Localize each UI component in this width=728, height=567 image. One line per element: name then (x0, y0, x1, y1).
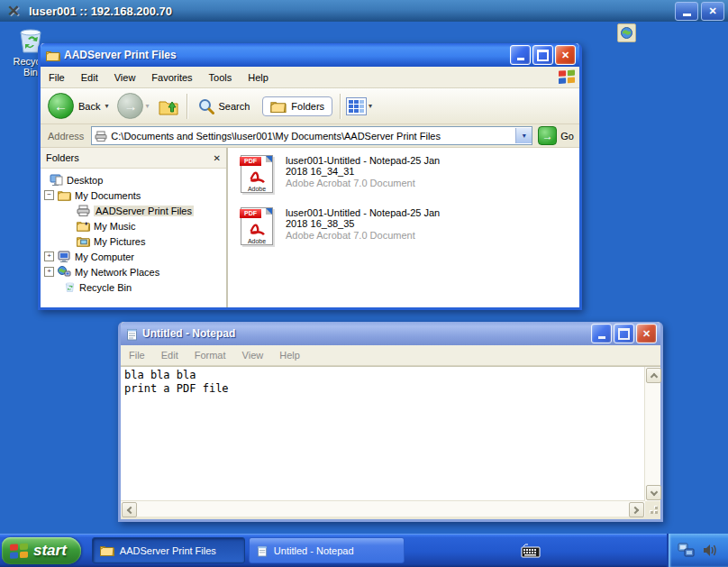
notepad-window: Untitled - Notepad ✕ File Edit Format Vi… (118, 322, 663, 522)
up-folder-button[interactable] (159, 97, 178, 115)
desktop-icon (50, 174, 63, 186)
views-dropdown-icon[interactable]: ▾ (369, 102, 372, 110)
file-type: Adobe Acrobat 7.0 Document (286, 230, 448, 241)
folders-pane: Folders ✕ Desktop − My Documents (41, 148, 228, 307)
globe-icon (621, 27, 632, 39)
notepad-text-area[interactable]: bla bla bla print a PDF file (121, 366, 660, 517)
remote-close-button[interactable]: ✕ (701, 2, 724, 21)
network-tray-icon[interactable] (678, 543, 695, 558)
explorer-toolbar: ← Back ▾ → ▾ Search (41, 88, 579, 124)
search-label: Search (219, 101, 250, 112)
pictures-folder-icon (77, 235, 90, 247)
views-button[interactable] (346, 97, 367, 115)
menu-view[interactable]: View (234, 350, 272, 361)
go-button[interactable]: → (538, 126, 557, 145)
file-type: Adobe Acrobat 7.0 Document (286, 178, 448, 188)
folder-window-icon (46, 50, 60, 61)
file-tile[interactable]: PDF Adobe luser001-Untitled - Notepad-25… (241, 207, 579, 245)
explorer-minimize-button[interactable] (510, 45, 531, 65)
file-tile[interactable]: PDF Adobe luser001-Untitled - Notepad-25… (241, 155, 579, 193)
notepad-title-bar[interactable]: Untitled - Notepad ✕ (121, 322, 660, 345)
tree-item-my-pictures[interactable]: My Pictures (41, 233, 226, 249)
explorer-close-button[interactable]: ✕ (555, 45, 576, 65)
keyboard-indicator-icon[interactable] (520, 543, 541, 559)
system-tray (667, 534, 728, 567)
back-dropdown-icon[interactable]: ▾ (105, 102, 108, 110)
back-button[interactable]: ← (48, 93, 74, 119)
printer-icon (77, 205, 90, 216)
explorer-maximize-button[interactable] (532, 45, 553, 65)
explorer-menu-bar: File Edit View Favorites Tools Help (41, 67, 579, 88)
forward-button[interactable]: → (117, 93, 143, 119)
notepad-content[interactable]: bla bla bla print a PDF file (124, 369, 229, 396)
menu-help[interactable]: Help (271, 350, 308, 361)
folders-icon (270, 100, 287, 113)
menu-edit[interactable]: Edit (153, 350, 187, 361)
tree-item-aadserver-print-files[interactable]: AADServer Print Files (41, 203, 226, 218)
computer-icon (58, 251, 71, 262)
tree-item-desktop[interactable]: Desktop (41, 172, 226, 187)
menu-favorites[interactable]: Favorites (143, 72, 200, 83)
tree-item-my-documents[interactable]: − My Documents (41, 187, 226, 203)
scroll-right-button[interactable] (629, 502, 644, 517)
search-icon (198, 98, 214, 114)
menu-format[interactable]: Format (187, 350, 234, 361)
taskbar-button-notepad[interactable]: Untitled - Notepad (249, 537, 405, 563)
menu-help[interactable]: Help (240, 72, 277, 83)
windows-flag-icon (9, 542, 29, 560)
notepad-minimize-button[interactable] (591, 324, 612, 343)
expand-icon[interactable]: + (44, 251, 54, 261)
notepad-maximize-button[interactable] (614, 324, 634, 343)
search-button[interactable]: Search (193, 98, 256, 114)
taskbar-button-explorer[interactable]: AADServer Print Files (92, 537, 245, 563)
music-folder-icon (77, 220, 90, 232)
tree-item-my-network-places[interactable]: + My Network Places (41, 264, 226, 279)
scroll-down-button[interactable] (646, 485, 661, 500)
address-path[interactable]: C:\Documents and Settings\luser001\My Do… (111, 131, 515, 142)
explorer-window: AADServer Print Files ✕ File Edit View F… (38, 43, 582, 310)
scroll-left-button[interactable] (122, 502, 137, 517)
tree-item-my-computer[interactable]: + My Computer (41, 249, 226, 264)
scroll-up-button[interactable] (646, 368, 661, 383)
go-label[interactable]: Go (560, 131, 574, 142)
explorer-window-title: AADServer Print Files (64, 49, 510, 61)
menu-file[interactable]: File (41, 72, 73, 83)
taskbar: start AADServer Print Files Untitled - N… (0, 534, 728, 567)
tree-item-recycle-bin[interactable]: Recycle Bin (41, 279, 226, 295)
start-button[interactable]: start (2, 537, 81, 564)
back-label[interactable]: Back (78, 101, 100, 112)
file-list: PDF Adobe luser001-Untitled - Notepad-25… (228, 148, 579, 307)
network-icon (58, 266, 71, 278)
printer-folder-icon (95, 131, 107, 142)
windows-logo-icon (558, 69, 576, 87)
remote-minimize-button[interactable] (675, 2, 698, 21)
menu-tools[interactable]: Tools (201, 72, 241, 83)
notepad-close-button[interactable]: ✕ (636, 324, 657, 343)
remote-title-bar[interactable]: ✕ luser001 :: 192.168.200.70 ✕ (0, 0, 728, 22)
menu-file[interactable]: File (121, 350, 153, 361)
pdf-file-icon: PDF Adobe (241, 207, 273, 245)
volume-tray-icon[interactable] (702, 543, 717, 558)
file-name[interactable]: luser001-Untitled - Notepad-25 Jan 2018 … (286, 207, 448, 229)
collapse-icon[interactable]: − (44, 190, 54, 200)
folders-toggle-button[interactable]: Folders (262, 96, 332, 116)
remote-desktop-screen: ✕ luser001 :: 192.168.200.70 ✕ Recycle B… (0, 0, 728, 567)
address-combo[interactable]: C:\Documents and Settings\luser001\My Do… (91, 126, 532, 145)
tray-globe-shortcut[interactable] (617, 23, 636, 42)
menu-edit[interactable]: Edit (73, 72, 106, 83)
start-label: start (33, 542, 67, 560)
address-bar: Address C:\Documents and Settings\luser0… (41, 124, 579, 148)
tree-item-my-music[interactable]: My Music (41, 218, 226, 233)
pdf-file-icon: PDF Adobe (241, 155, 273, 193)
horizontal-scrollbar[interactable] (121, 500, 645, 517)
file-name[interactable]: luser001-Untitled - Notepad-25 Jan 2018 … (286, 155, 448, 177)
address-dropdown-button[interactable]: ▾ (515, 128, 532, 143)
vertical-scrollbar[interactable] (644, 367, 660, 501)
notepad-icon (126, 327, 139, 341)
expand-icon[interactable]: + (44, 267, 54, 277)
forward-dropdown-icon[interactable]: ▾ (145, 102, 149, 110)
explorer-title-bar[interactable]: AADServer Print Files ✕ (41, 43, 579, 67)
menu-view[interactable]: View (106, 72, 144, 83)
folders-pane-close-icon[interactable]: ✕ (214, 153, 221, 163)
resize-grip[interactable] (645, 501, 660, 517)
